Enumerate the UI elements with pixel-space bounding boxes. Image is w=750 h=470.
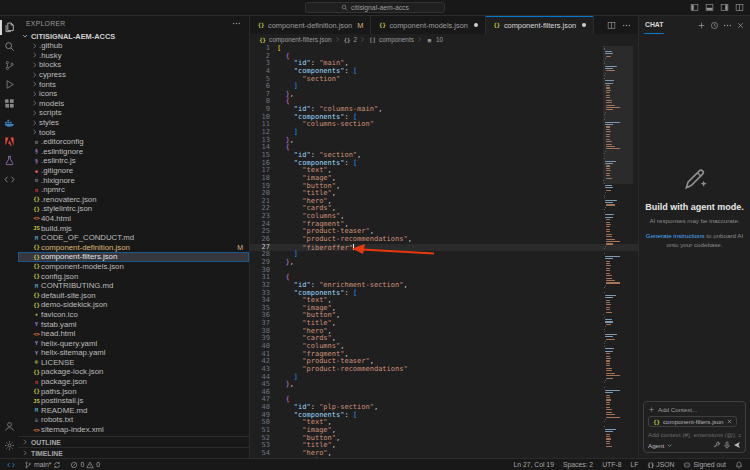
extensions-icon[interactable] <box>0 94 18 113</box>
tree-file-head.html[interactable]: <>head.html <box>18 329 249 339</box>
remote-indicator[interactable] <box>7 461 15 469</box>
explorer-icon[interactable] <box>0 18 18 37</box>
new-chat-icon[interactable] <box>697 21 706 30</box>
command-center-search[interactable]: citisignal-aem-accs <box>305 2 445 13</box>
outline-section[interactable]: OUTLINE <box>18 436 249 447</box>
editor-more-actions-icon[interactable] <box>622 21 631 30</box>
code-line[interactable]: 44 ] <box>250 374 638 382</box>
code-line[interactable]: 12 ] <box>250 129 638 137</box>
tree-file-robots.txt[interactable]: ≡robots.txt <box>18 415 249 425</box>
tree-file-.eslintrc.js[interactable]: §.eslintrc.js <box>18 156 249 166</box>
tree-folder-models[interactable]: models <box>18 99 249 109</box>
code-line[interactable]: 28 ] <box>250 251 638 259</box>
tree-file-README.md[interactable]: MREADME.md <box>18 406 249 416</box>
code-line[interactable]: 46 <box>250 389 638 397</box>
tree-file-config.json[interactable]: {}config.json <box>18 271 249 281</box>
code-line[interactable]: 43 "product-recommendations" <box>250 366 638 374</box>
indentation-status[interactable]: Spaces: 2 <box>563 461 593 468</box>
tree-folder-styles[interactable]: styles <box>18 118 249 128</box>
code-line[interactable]: 1[ <box>250 45 638 53</box>
tree-folder-cypress[interactable]: cypress <box>18 70 249 80</box>
tree-file-.hlxignore[interactable]: ⚙.hlxignore <box>18 175 249 185</box>
tree-file-LICENSE[interactable]: ©LICENSE <box>18 358 249 368</box>
close-chat-panel-icon[interactable] <box>736 21 745 30</box>
code-editor[interactable]: 1[2 {3 "id": "main",4 "components": [5 "… <box>250 45 638 458</box>
encoding-status[interactable]: UTF-8 <box>602 461 621 468</box>
code-line[interactable]: 11 "columns-section" <box>250 121 638 129</box>
tab-component-models.json[interactable]: {}component-models.json <box>371 16 485 34</box>
toggle-secondary-sidebar-icon[interactable] <box>720 3 729 12</box>
tree-file-.stylelintrc.json[interactable]: {}.stylelintrc.json <box>18 204 249 214</box>
tree-file-sitemap-index.xml[interactable]: <>sitemap-index.xml <box>18 425 249 435</box>
tree-folder-tools[interactable]: tools <box>18 127 249 137</box>
tree-folder-.github[interactable]: .github <box>18 41 249 51</box>
tree-file-.renovaterc.json[interactable]: {}.renovaterc.json <box>18 195 249 205</box>
code-line[interactable]: 45 }, <box>250 381 638 389</box>
customize-layout-icon[interactable] <box>735 3 744 12</box>
toggle-primary-sidebar-icon[interactable] <box>690 3 699 12</box>
toggle-panel-icon[interactable] <box>705 3 714 12</box>
tree-file-favicon.ico[interactable]: ★favicon.ico <box>18 310 249 320</box>
tools-icon[interactable] <box>713 441 721 449</box>
tree-file-paths.json[interactable]: {}paths.json <box>18 386 249 396</box>
code-line[interactable]: 30 <box>250 267 638 275</box>
send-icon[interactable] <box>733 441 741 449</box>
tree-file-build.mjs[interactable]: JSbuild.mjs <box>18 223 249 233</box>
account-icon[interactable] <box>0 417 18 436</box>
cursor-position-status[interactable]: Ln 27, Col 19 <box>513 461 553 468</box>
tree-file-404.html[interactable]: <>404.html <box>18 214 249 224</box>
tree-file-helix-sitemap.yaml[interactable]: Yhelix-sitemap.yaml <box>18 348 249 358</box>
eol-status[interactable]: LF <box>630 461 638 468</box>
remove-context-icon[interactable] <box>726 418 733 425</box>
add-context-button[interactable]: Add Context... <box>648 406 741 413</box>
tab-component-filters.json[interactable]: {}component-filters.json <box>486 16 594 34</box>
context-chip[interactable]: {} component-filters.json <box>648 416 737 427</box>
split-editor-icon[interactable] <box>607 21 616 30</box>
tree-folder-scripts[interactable]: scripts <box>18 108 249 118</box>
code-line[interactable]: 27 "fiberoffer" <box>250 244 638 252</box>
tree-file-package.json[interactable]: npackage.json <box>18 377 249 387</box>
tree-file-CODE_OF_CONDUCT.md[interactable]: MCODE_OF_CONDUCT.md <box>18 233 249 243</box>
tree-folder-fonts[interactable]: fonts <box>18 79 249 89</box>
chat-input-placeholder[interactable]: Add context (#), extensions (@), co... <box>648 431 741 438</box>
run-debug-icon[interactable] <box>0 75 18 94</box>
search-icon[interactable] <box>0 37 18 56</box>
mic-icon[interactable] <box>723 441 731 449</box>
problems-status[interactable]: 0 0 <box>70 461 100 469</box>
agent-mode-picker[interactable]: Agent <box>648 442 664 449</box>
tree-file-CONTRIBUTING.md[interactable]: MCONTRIBUTING.md <box>18 281 249 291</box>
code-line[interactable]: 6 ] <box>250 83 638 91</box>
breadcrumb-item[interactable]: {}2 <box>343 36 358 43</box>
settings-gear-icon[interactable] <box>0 436 18 455</box>
generate-instructions-link[interactable]: Generate instructions <box>646 232 705 239</box>
tree-file-fstab.yaml[interactable]: Yfstab.yaml <box>18 319 249 329</box>
copilot-status[interactable]: Signed out <box>683 461 726 469</box>
remote-explorer-icon[interactable] <box>0 170 18 189</box>
language-mode-status[interactable]: {}JSON <box>647 461 674 468</box>
code-line[interactable]: 7 }, <box>250 91 638 99</box>
tree-file-component-models.json[interactable]: {}component-models.json <box>18 262 249 272</box>
breadcrumb-item[interactable]: []components <box>368 36 414 43</box>
breadcrumb-item[interactable]: {}component-filters.json <box>258 36 332 43</box>
chat-input-box[interactable]: Add Context... {} component-filters.json… <box>643 401 746 454</box>
minimap[interactable] <box>603 46 633 458</box>
tree-file-component-filters.json[interactable]: {}component-filters.json <box>18 252 249 262</box>
notifications-bell[interactable] <box>735 461 743 469</box>
tree-folder-blocks[interactable]: blocks <box>18 60 249 70</box>
tree-file-.eslintignore[interactable]: §.eslintignore <box>18 147 249 157</box>
tree-file-postinstall.js[interactable]: JSpostinstall.js <box>18 396 249 406</box>
project-root-folder[interactable]: CITISIGNAL-AEM-ACCS <box>18 31 249 41</box>
breadcrumb-item[interactable]: ▦10 <box>425 36 443 43</box>
tree-file-demo-sidekick.json[interactable]: {}demo-sidekick.json <box>18 300 249 310</box>
tree-file-.editorconfig[interactable]: ⚙.editorconfig <box>18 137 249 147</box>
tree-file-helix-query.yaml[interactable]: Yhelix-query.yaml <box>18 338 249 348</box>
tab-component-definition.json[interactable]: {}component-definition.jsonM <box>250 16 371 34</box>
tree-file-component-definition.json[interactable]: {}component-definition.jsonM <box>18 242 249 252</box>
timeline-section[interactable]: TIMELINE <box>18 447 249 458</box>
code-line[interactable]: 29 }, <box>250 259 638 267</box>
tree-file-package-lock.json[interactable]: {}package-lock.json <box>18 367 249 377</box>
tree-file-.gitignore[interactable]: ◆.gitignore <box>18 166 249 176</box>
chat-history-icon[interactable] <box>710 21 719 30</box>
tree-folder-icons[interactable]: icons <box>18 89 249 99</box>
code-line[interactable]: 13 }, <box>250 137 638 145</box>
